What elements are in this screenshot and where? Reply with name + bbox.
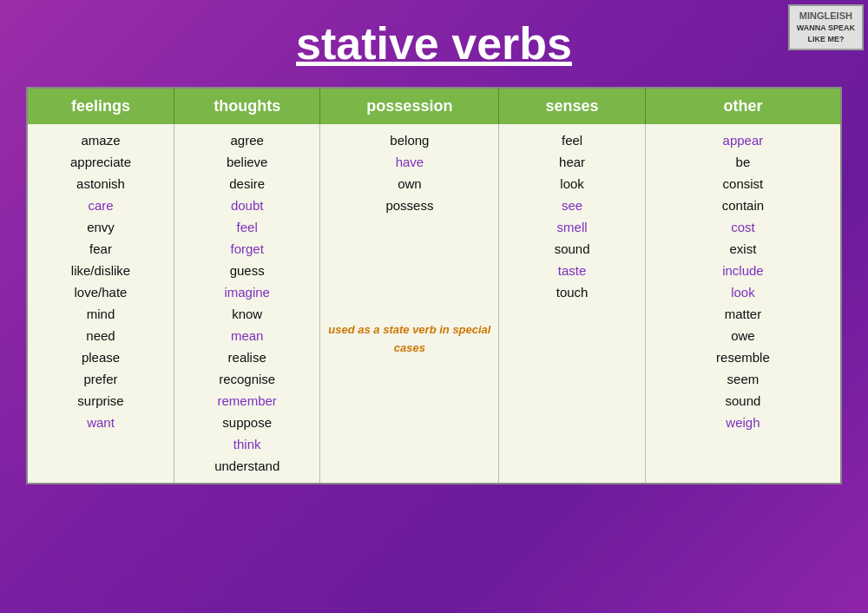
word-exist: exist — [729, 239, 756, 260]
word-appear: appear — [723, 130, 764, 151]
word-include: include — [722, 260, 764, 281]
header-possession: possession — [320, 89, 499, 124]
header-senses: senses — [499, 89, 645, 124]
word-possess: possess — [385, 195, 433, 216]
word-sound-senses: sound — [555, 239, 590, 260]
word-doubt: doubt — [231, 195, 264, 216]
possession-note: used as a state verb in special cases — [327, 321, 491, 358]
word-remember: remember — [218, 391, 277, 412]
word-seem: seem — [727, 369, 760, 390]
col-feelings: amaze appreciate astonish care envy fear… — [28, 124, 174, 483]
word-believe: believe — [227, 152, 268, 173]
word-recognise: recognise — [219, 369, 275, 390]
word-be: be — [736, 152, 751, 173]
word-see: see — [562, 195, 582, 216]
word-have: have — [396, 152, 424, 173]
watermark-line2: WANNA SPEAK — [797, 23, 855, 34]
word-own: own — [398, 174, 422, 194]
word-cost: cost — [731, 217, 755, 238]
word-know: know — [232, 304, 262, 325]
word-like-dislike: like/dislike — [71, 260, 130, 281]
watermark-line3: LIKE ME? — [797, 34, 855, 45]
word-love-hate: love/hate — [75, 282, 128, 303]
word-contain: contain — [722, 195, 764, 216]
word-envy: envy — [87, 217, 115, 238]
word-suppose: suppose — [222, 412, 272, 433]
word-consist: consist — [723, 174, 764, 194]
word-imagine: imagine — [224, 282, 270, 303]
col-other: appear be consist contain cost exist inc… — [645, 124, 840, 483]
word-think: think — [233, 434, 261, 455]
word-resemble: resemble — [716, 347, 770, 368]
word-weigh: weigh — [726, 412, 760, 433]
watermark-line1: MINGLEISH — [797, 10, 855, 23]
word-surprise: surprise — [77, 391, 123, 412]
word-sound-other: sound — [725, 391, 760, 412]
page-title: stative verbs — [296, 17, 572, 69]
word-feel-thoughts: feel — [237, 217, 258, 238]
word-astonish: astonish — [76, 174, 125, 194]
word-look-senses: look — [560, 174, 584, 194]
word-care: care — [88, 195, 113, 216]
word-fear: fear — [89, 239, 112, 260]
stative-verbs-table: feelings thoughts possession senses othe… — [26, 87, 842, 484]
word-understand: understand — [214, 456, 279, 477]
word-need: need — [86, 326, 115, 346]
word-prefer: prefer — [83, 369, 117, 390]
word-desire: desire — [229, 174, 265, 194]
word-owe: owe — [731, 326, 755, 346]
word-forget: forget — [231, 239, 264, 260]
word-want: want — [87, 412, 115, 433]
word-mean: mean — [231, 326, 264, 346]
word-guess: guess — [230, 260, 265, 281]
word-appreciate: appreciate — [70, 152, 131, 173]
word-feel-senses: feel — [562, 130, 582, 151]
word-mind: mind — [87, 304, 115, 325]
word-belong: belong — [390, 130, 429, 151]
header-feelings: feelings — [28, 89, 174, 124]
header-thoughts: thoughts — [174, 89, 319, 124]
word-look-other: look — [731, 282, 755, 303]
word-realise: realise — [228, 347, 266, 368]
word-amaze: amaze — [81, 130, 120, 151]
watermark: MINGLEISH WANNA SPEAK LIKE ME? — [788, 4, 864, 50]
word-taste: taste — [558, 260, 587, 281]
word-touch: touch — [556, 282, 589, 303]
word-matter: matter — [725, 304, 762, 325]
word-please: please — [82, 347, 120, 368]
table-row-main: amaze appreciate astonish care envy fear… — [28, 124, 840, 483]
col-senses: feel hear look see smell sound taste tou… — [499, 124, 645, 483]
col-thoughts: agree believe desire doubt feel forget g… — [174, 124, 319, 483]
header-other: other — [645, 89, 840, 124]
word-agree: agree — [231, 130, 264, 151]
col-possession: belong have own possess used as a state … — [320, 124, 499, 483]
word-smell: smell — [557, 217, 588, 238]
word-hear: hear — [559, 152, 585, 173]
